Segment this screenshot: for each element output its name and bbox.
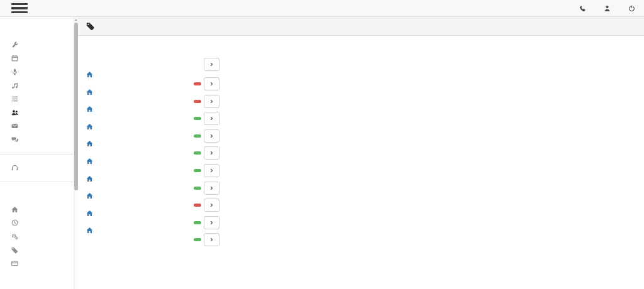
calendar-icon <box>11 55 19 62</box>
home-icon <box>86 158 93 165</box>
home-icon <box>86 106 93 112</box>
tags-icon <box>11 247 19 254</box>
scrollbar-thumb[interactable] <box>74 23 78 190</box>
users-icon <box>11 109 19 117</box>
sidebar-item-horarios-y-fiestas[interactable] <box>0 52 74 66</box>
sidebar-item-despertadores[interactable] <box>0 217 74 231</box>
envelope-icon <box>11 123 19 130</box>
rooms-panel: › ›››››››››› <box>86 42 219 243</box>
room-link-101-101[interactable] <box>86 89 96 95</box>
room-detail-button[interactable]: › <box>204 95 219 108</box>
gears-icon <box>11 233 19 241</box>
rooms-title <box>86 42 219 53</box>
room-link-203-203[interactable] <box>86 210 96 217</box>
home-icon <box>86 71 93 78</box>
room-status-badge <box>194 117 201 120</box>
home-icon <box>86 192 93 199</box>
room-status-badge <box>194 100 201 103</box>
room-detail-button[interactable]: › <box>204 199 219 212</box>
home-icon <box>86 123 93 130</box>
room-status-badge <box>194 221 201 224</box>
room-detail-button[interactable]: › <box>204 233 219 246</box>
room-detail-button[interactable]: › <box>204 112 219 125</box>
clock-icon <box>11 219 19 227</box>
list-icon <box>11 95 19 103</box>
room-link-202-202[interactable] <box>86 192 96 199</box>
sidebar-item-panel-de-agente[interactable] <box>0 161 74 175</box>
hamburger-menu-icon[interactable] <box>11 3 28 13</box>
home-icon <box>11 206 19 214</box>
room-link-102-102[interactable] <box>86 106 96 112</box>
room-detail-button[interactable]: › <box>204 129 219 143</box>
room-status-badge <box>194 169 201 172</box>
page-header <box>78 17 644 36</box>
room-status-badge <box>194 134 201 138</box>
user-menu[interactable] <box>604 5 613 12</box>
phone-icon <box>579 5 586 12</box>
activity-panel <box>234 42 644 243</box>
sidebar-item-servicios[interactable] <box>0 230 74 244</box>
sidebar-item-salas-de-conferencia[interactable] <box>0 133 74 147</box>
home-icon <box>86 89 93 95</box>
home-icon <box>86 210 93 217</box>
activity-title <box>234 42 644 53</box>
room-link-201-201[interactable] <box>86 175 96 182</box>
room-item: › <box>86 69 219 87</box>
sidebar-item-tarifas[interactable] <box>0 244 74 258</box>
room-status-badge <box>194 82 201 85</box>
home-icon <box>86 227 93 234</box>
card-icon <box>11 260 19 268</box>
scrollbar-up-arrow[interactable]: ▲ <box>74 17 78 23</box>
home-icon <box>86 140 93 147</box>
extension-indicator[interactable] <box>579 5 589 12</box>
music-icon <box>11 82 19 90</box>
room-link-104-104[interactable] <box>86 140 96 147</box>
sidebar-item-contactos[interactable] <box>0 106 74 120</box>
user-icon <box>604 5 611 12</box>
microphone-icon <box>11 68 19 76</box>
room-status-badge <box>194 187 201 190</box>
sidebar-item-locuciones[interactable] <box>0 65 74 79</box>
tenant-title <box>6 23 74 34</box>
sidebar-item-musica-en-espera[interactable] <box>0 79 74 93</box>
sidebar-agent-menu <box>0 161 74 175</box>
room-link-100-administrador[interactable] <box>86 71 96 78</box>
room-status-badge <box>194 151 201 155</box>
sidebar-item-buzon-de-voz[interactable] <box>0 120 74 134</box>
sidebar-divider <box>0 154 74 155</box>
sidebar: ▲ <box>0 17 78 289</box>
home-icon <box>86 175 93 182</box>
room-detail-button[interactable]: › <box>204 164 219 177</box>
room-status-badge <box>194 238 201 241</box>
room-detail-button[interactable]: › <box>204 182 219 195</box>
room-detail-button[interactable]: › <box>204 146 219 160</box>
room-link-103-103[interactable] <box>86 123 96 130</box>
sidebar-section-label <box>0 189 74 203</box>
wrench-icon <box>11 41 19 49</box>
sidebar-scrollbar[interactable]: ▲ <box>74 17 78 289</box>
top-navbar <box>0 0 644 17</box>
power-icon <box>628 5 635 12</box>
room-detail-button[interactable]: › <box>204 77 219 90</box>
sidebar-hotel-menu <box>0 203 74 271</box>
room-link-204-204[interactable] <box>86 227 96 234</box>
sidebar-menu <box>0 38 74 147</box>
sidebar-item-configuracion[interactable] <box>0 38 74 52</box>
room-detail-button[interactable]: › <box>204 216 219 229</box>
sidebar-divider <box>0 182 74 182</box>
room-status-badge <box>194 204 201 207</box>
comments-icon <box>11 136 19 144</box>
sidebar-item-registro-de-llamadas[interactable] <box>0 92 74 106</box>
sidebar-item-tarificacion[interactable] <box>0 257 74 271</box>
tag-icon <box>86 22 95 31</box>
all-rooms-row: › <box>86 59 219 69</box>
logout-button[interactable] <box>628 5 638 12</box>
headset-icon <box>11 165 19 172</box>
sidebar-item-habitaciones[interactable] <box>0 203 74 217</box>
rooms-list: ›››››››››› <box>86 69 219 243</box>
room-link-105-105[interactable] <box>86 158 96 165</box>
